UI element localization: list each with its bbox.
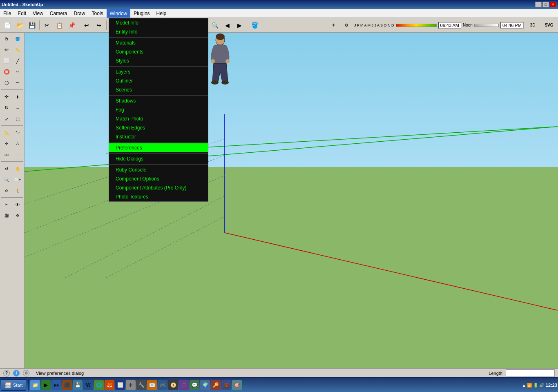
menu-edit[interactable]: Edit — [14, 9, 29, 18]
taskbar-icon-3[interactable]: ⏮ — [51, 380, 61, 390]
menu-window[interactable]: Window — [107, 9, 131, 18]
tool-extra[interactable]: ⚙ — [12, 210, 23, 221]
tool-position-camera[interactable]: 🎥 — [1, 210, 12, 221]
menu-photo-textures[interactable]: Photo Textures — [109, 192, 208, 201]
taskbar-icon-12[interactable]: 📧 — [147, 380, 157, 390]
menu-styles[interactable]: Styles — [109, 56, 208, 65]
tool-arc[interactable]: ◠ — [12, 67, 23, 77]
menu-view[interactable]: View — [29, 9, 47, 18]
menu-component-attributes[interactable]: Component Attributes (Pro Only) — [109, 183, 208, 192]
taskbar-icon-9[interactable]: ⬜ — [115, 380, 125, 390]
toolbar-save[interactable]: 💾 — [26, 20, 38, 31]
toolbar-undo[interactable]: ↩ — [81, 20, 92, 31]
taskbar-icon-19[interactable]: 💼 — [221, 380, 231, 390]
menu-model-info[interactable]: Model Info — [109, 18, 208, 27]
taskbar-icon-4[interactable]: ⬛ — [62, 380, 72, 390]
taskbar-icon-10[interactable]: ✛ — [126, 380, 136, 390]
tool-protractor[interactable]: 🔭 — [12, 127, 23, 138]
tool-3dtext[interactable]: 3D — [1, 149, 12, 160]
toolbar-copy[interactable]: 📋 — [54, 20, 65, 31]
taskbar-icon-1[interactable]: 📁 — [30, 380, 40, 390]
tool-text[interactable]: A — [12, 138, 23, 149]
menu-soften-edges[interactable]: Soften Edges — [109, 123, 208, 132]
tool-zoom[interactable]: 🔍 — [1, 174, 12, 185]
menu-instructor[interactable]: Instructor — [109, 132, 208, 141]
menu-hide-dialogs[interactable]: Hide Dialogs — [109, 154, 208, 163]
menu-help[interactable]: Help — [153, 9, 170, 18]
toolbar-open[interactable]: 📂 — [14, 20, 25, 31]
status-icon-3[interactable]: © — [23, 370, 29, 376]
toolbar-zoom-extents[interactable]: 🔍 — [209, 20, 221, 31]
viewport[interactable] — [25, 33, 558, 368]
tool-dim[interactable]: ↔ — [12, 149, 23, 160]
taskbar-icon-13[interactable]: 🎮 — [158, 380, 167, 390]
menu-match-photo[interactable]: Match Photo — [109, 114, 208, 123]
tool-polygon[interactable]: ⬡ — [1, 78, 12, 88]
menu-fog[interactable]: Fog — [109, 105, 208, 114]
tool-eraser[interactable]: ✏ — [1, 45, 12, 55]
maximize-button[interactable]: □ — [542, 2, 549, 7]
tool-zoom-extents-left[interactable]: ⊙ — [1, 185, 12, 196]
tool-rectangle[interactable]: ⬜ — [1, 56, 12, 66]
menu-tools[interactable]: Tools — [89, 9, 107, 18]
taskbar-icon-20[interactable]: 🎯 — [232, 380, 242, 390]
taskbar-icon-16[interactable]: 💬 — [190, 380, 199, 390]
tool-freehand[interactable]: 〜 — [12, 78, 23, 88]
toolbar-redo[interactable]: ↪ — [93, 20, 105, 31]
minimize-button[interactable]: _ — [535, 2, 542, 7]
tool-measure[interactable]: 📏 — [12, 45, 23, 55]
tool-axes[interactable]: ✛ — [1, 138, 12, 149]
menu-plugins[interactable]: Plugins — [130, 9, 153, 18]
toolbar-new[interactable]: 📄 — [2, 20, 13, 31]
tool-select[interactable]: 🖱 — [1, 33, 12, 44]
close-button[interactable]: × — [550, 2, 556, 7]
taskbar-icon-2[interactable]: ▶ — [41, 380, 51, 390]
taskbar-icon-11[interactable]: 🔧 — [136, 380, 146, 390]
taskbar-icon-6[interactable]: W — [83, 380, 93, 390]
window-controls[interactable]: _ □ × — [535, 2, 556, 7]
menu-draw[interactable]: Draw — [71, 9, 89, 18]
menu-preferences[interactable]: Preferences — [109, 143, 208, 152]
taskbar-icon-8[interactable]: 🦊 — [105, 380, 114, 390]
tool-walk[interactable]: 🚶 — [12, 185, 23, 196]
tool-orbit[interactable]: ↺ — [1, 163, 12, 174]
taskbar-icon-14[interactable]: 📀 — [168, 380, 178, 390]
toolbar-prev-view[interactable]: ◀ — [221, 20, 233, 31]
toolbar-paste[interactable]: 📌 — [66, 20, 77, 31]
toolbar-3d-text[interactable]: 3D — [525, 20, 540, 31]
taskbar-icon-18[interactable]: 🔑 — [211, 380, 221, 390]
length-input[interactable] — [506, 370, 555, 377]
status-icon-2[interactable]: i — [13, 370, 20, 376]
start-button[interactable]: 🪟 Start — [1, 379, 26, 391]
menu-scenes[interactable]: Scenes — [109, 85, 208, 94]
tool-circle[interactable]: ⭕ — [1, 67, 12, 77]
tool-line[interactable]: ╱ — [12, 56, 23, 66]
taskbar-icon-17[interactable]: 🌍 — [200, 380, 210, 390]
tool-followme[interactable]: → — [12, 102, 23, 113]
tool-paint[interactable]: 🪣 — [12, 33, 23, 44]
menu-file[interactable]: File — [0, 9, 14, 18]
toolbar-cut[interactable]: ✂ — [41, 20, 53, 31]
tool-tape[interactable]: 📐 — [1, 127, 12, 138]
tool-scale[interactable]: ⤢ — [1, 114, 12, 124]
tool-pan[interactable]: ✋ — [12, 163, 23, 174]
tool-pushpull[interactable]: ⬆ — [12, 91, 23, 102]
menu-camera[interactable]: Camera — [47, 9, 71, 18]
toolbar-svg[interactable]: SVG — [542, 20, 556, 31]
taskbar-icon-7[interactable]: 🌐 — [94, 380, 104, 390]
status-icon-1[interactable]: ? — [3, 370, 10, 376]
menu-component-options[interactable]: Component Options — [109, 174, 208, 183]
taskbar-icon-15[interactable]: 🎵 — [179, 380, 189, 390]
shadow-settings[interactable]: ⚙ — [341, 20, 353, 31]
tool-zoom-window[interactable]: ⬜+ — [12, 174, 23, 185]
menu-outliner[interactable]: Outliner — [109, 76, 208, 85]
menu-entity-info[interactable]: Entity Info — [109, 27, 208, 36]
time-slider[interactable] — [474, 24, 499, 27]
menu-shadows[interactable]: Shadows — [109, 96, 208, 105]
shadow-toggle[interactable]: ☀ — [328, 20, 339, 31]
toolbar-paint[interactable]: 🪣 — [249, 20, 260, 31]
menu-ruby-console[interactable]: Ruby Console — [109, 165, 208, 174]
tool-look-around[interactable]: 👁 — [12, 199, 23, 210]
tool-rotate[interactable]: ↻ — [1, 102, 12, 113]
taskbar-icon-5[interactable]: 💾 — [73, 380, 83, 390]
